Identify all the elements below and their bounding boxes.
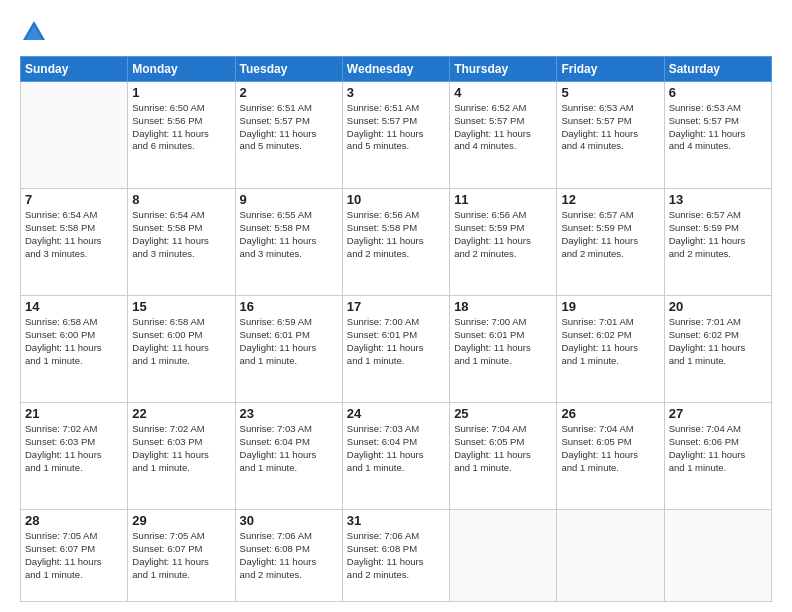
day-info: Sunrise: 7:00 AM Sunset: 6:01 PM Dayligh…: [347, 316, 445, 367]
day-cell: 16Sunrise: 6:59 AM Sunset: 6:01 PM Dayli…: [235, 296, 342, 403]
col-header-wednesday: Wednesday: [342, 57, 449, 82]
day-number: 29: [132, 513, 230, 528]
day-number: 2: [240, 85, 338, 100]
day-number: 22: [132, 406, 230, 421]
day-info: Sunrise: 6:53 AM Sunset: 5:57 PM Dayligh…: [669, 102, 767, 153]
day-info: Sunrise: 6:51 AM Sunset: 5:57 PM Dayligh…: [240, 102, 338, 153]
day-number: 25: [454, 406, 552, 421]
day-cell: 28Sunrise: 7:05 AM Sunset: 6:07 PM Dayli…: [21, 510, 128, 602]
day-number: 12: [561, 192, 659, 207]
day-cell: 2Sunrise: 6:51 AM Sunset: 5:57 PM Daylig…: [235, 82, 342, 189]
header: [20, 18, 772, 46]
day-number: 7: [25, 192, 123, 207]
day-number: 21: [25, 406, 123, 421]
day-cell: [450, 510, 557, 602]
day-cell: 30Sunrise: 7:06 AM Sunset: 6:08 PM Dayli…: [235, 510, 342, 602]
week-row-3: 14Sunrise: 6:58 AM Sunset: 6:00 PM Dayli…: [21, 296, 772, 403]
day-cell: 18Sunrise: 7:00 AM Sunset: 6:01 PM Dayli…: [450, 296, 557, 403]
day-info: Sunrise: 7:04 AM Sunset: 6:06 PM Dayligh…: [669, 423, 767, 474]
week-row-2: 7Sunrise: 6:54 AM Sunset: 5:58 PM Daylig…: [21, 189, 772, 296]
day-cell: 24Sunrise: 7:03 AM Sunset: 6:04 PM Dayli…: [342, 403, 449, 510]
col-header-thursday: Thursday: [450, 57, 557, 82]
col-header-tuesday: Tuesday: [235, 57, 342, 82]
day-info: Sunrise: 7:00 AM Sunset: 6:01 PM Dayligh…: [454, 316, 552, 367]
day-number: 19: [561, 299, 659, 314]
day-cell: 22Sunrise: 7:02 AM Sunset: 6:03 PM Dayli…: [128, 403, 235, 510]
day-info: Sunrise: 6:54 AM Sunset: 5:58 PM Dayligh…: [25, 209, 123, 260]
day-cell: [21, 82, 128, 189]
day-info: Sunrise: 7:02 AM Sunset: 6:03 PM Dayligh…: [25, 423, 123, 474]
day-cell: 31Sunrise: 7:06 AM Sunset: 6:08 PM Dayli…: [342, 510, 449, 602]
day-info: Sunrise: 7:04 AM Sunset: 6:05 PM Dayligh…: [454, 423, 552, 474]
day-cell: 20Sunrise: 7:01 AM Sunset: 6:02 PM Dayli…: [664, 296, 771, 403]
day-cell: 17Sunrise: 7:00 AM Sunset: 6:01 PM Dayli…: [342, 296, 449, 403]
day-info: Sunrise: 6:56 AM Sunset: 5:59 PM Dayligh…: [454, 209, 552, 260]
day-cell: 14Sunrise: 6:58 AM Sunset: 6:00 PM Dayli…: [21, 296, 128, 403]
day-cell: 29Sunrise: 7:05 AM Sunset: 6:07 PM Dayli…: [128, 510, 235, 602]
logo: [20, 18, 52, 46]
day-number: 18: [454, 299, 552, 314]
day-cell: 3Sunrise: 6:51 AM Sunset: 5:57 PM Daylig…: [342, 82, 449, 189]
day-info: Sunrise: 7:01 AM Sunset: 6:02 PM Dayligh…: [669, 316, 767, 367]
day-cell: 7Sunrise: 6:54 AM Sunset: 5:58 PM Daylig…: [21, 189, 128, 296]
day-cell: 11Sunrise: 6:56 AM Sunset: 5:59 PM Dayli…: [450, 189, 557, 296]
day-info: Sunrise: 7:06 AM Sunset: 6:08 PM Dayligh…: [347, 530, 445, 581]
col-header-monday: Monday: [128, 57, 235, 82]
day-number: 23: [240, 406, 338, 421]
day-cell: 1Sunrise: 6:50 AM Sunset: 5:56 PM Daylig…: [128, 82, 235, 189]
day-cell: [557, 510, 664, 602]
day-cell: 21Sunrise: 7:02 AM Sunset: 6:03 PM Dayli…: [21, 403, 128, 510]
day-number: 30: [240, 513, 338, 528]
day-cell: 8Sunrise: 6:54 AM Sunset: 5:58 PM Daylig…: [128, 189, 235, 296]
logo-icon: [20, 18, 48, 46]
day-info: Sunrise: 6:57 AM Sunset: 5:59 PM Dayligh…: [669, 209, 767, 260]
day-info: Sunrise: 6:56 AM Sunset: 5:58 PM Dayligh…: [347, 209, 445, 260]
day-number: 15: [132, 299, 230, 314]
day-number: 3: [347, 85, 445, 100]
day-info: Sunrise: 6:50 AM Sunset: 5:56 PM Dayligh…: [132, 102, 230, 153]
day-number: 6: [669, 85, 767, 100]
day-cell: 4Sunrise: 6:52 AM Sunset: 5:57 PM Daylig…: [450, 82, 557, 189]
day-cell: 13Sunrise: 6:57 AM Sunset: 5:59 PM Dayli…: [664, 189, 771, 296]
header-row: SundayMondayTuesdayWednesdayThursdayFrid…: [21, 57, 772, 82]
calendar: SundayMondayTuesdayWednesdayThursdayFrid…: [20, 56, 772, 602]
day-number: 13: [669, 192, 767, 207]
day-cell: 10Sunrise: 6:56 AM Sunset: 5:58 PM Dayli…: [342, 189, 449, 296]
day-number: 17: [347, 299, 445, 314]
day-cell: [664, 510, 771, 602]
day-info: Sunrise: 7:01 AM Sunset: 6:02 PM Dayligh…: [561, 316, 659, 367]
day-cell: 12Sunrise: 6:57 AM Sunset: 5:59 PM Dayli…: [557, 189, 664, 296]
page: SundayMondayTuesdayWednesdayThursdayFrid…: [0, 0, 792, 612]
day-info: Sunrise: 6:59 AM Sunset: 6:01 PM Dayligh…: [240, 316, 338, 367]
day-info: Sunrise: 7:03 AM Sunset: 6:04 PM Dayligh…: [347, 423, 445, 474]
day-number: 14: [25, 299, 123, 314]
day-info: Sunrise: 6:58 AM Sunset: 6:00 PM Dayligh…: [25, 316, 123, 367]
col-header-friday: Friday: [557, 57, 664, 82]
day-number: 20: [669, 299, 767, 314]
day-cell: 9Sunrise: 6:55 AM Sunset: 5:58 PM Daylig…: [235, 189, 342, 296]
day-number: 10: [347, 192, 445, 207]
day-cell: 27Sunrise: 7:04 AM Sunset: 6:06 PM Dayli…: [664, 403, 771, 510]
day-info: Sunrise: 7:04 AM Sunset: 6:05 PM Dayligh…: [561, 423, 659, 474]
day-info: Sunrise: 7:05 AM Sunset: 6:07 PM Dayligh…: [132, 530, 230, 581]
day-cell: 25Sunrise: 7:04 AM Sunset: 6:05 PM Dayli…: [450, 403, 557, 510]
day-info: Sunrise: 6:54 AM Sunset: 5:58 PM Dayligh…: [132, 209, 230, 260]
day-info: Sunrise: 6:57 AM Sunset: 5:59 PM Dayligh…: [561, 209, 659, 260]
day-number: 4: [454, 85, 552, 100]
day-number: 1: [132, 85, 230, 100]
day-number: 27: [669, 406, 767, 421]
day-info: Sunrise: 7:06 AM Sunset: 6:08 PM Dayligh…: [240, 530, 338, 581]
day-number: 11: [454, 192, 552, 207]
day-info: Sunrise: 7:03 AM Sunset: 6:04 PM Dayligh…: [240, 423, 338, 474]
week-row-4: 21Sunrise: 7:02 AM Sunset: 6:03 PM Dayli…: [21, 403, 772, 510]
day-number: 28: [25, 513, 123, 528]
day-info: Sunrise: 6:51 AM Sunset: 5:57 PM Dayligh…: [347, 102, 445, 153]
day-number: 26: [561, 406, 659, 421]
day-number: 8: [132, 192, 230, 207]
col-header-saturday: Saturday: [664, 57, 771, 82]
col-header-sunday: Sunday: [21, 57, 128, 82]
day-cell: 6Sunrise: 6:53 AM Sunset: 5:57 PM Daylig…: [664, 82, 771, 189]
day-info: Sunrise: 7:02 AM Sunset: 6:03 PM Dayligh…: [132, 423, 230, 474]
day-cell: 5Sunrise: 6:53 AM Sunset: 5:57 PM Daylig…: [557, 82, 664, 189]
week-row-1: 1Sunrise: 6:50 AM Sunset: 5:56 PM Daylig…: [21, 82, 772, 189]
